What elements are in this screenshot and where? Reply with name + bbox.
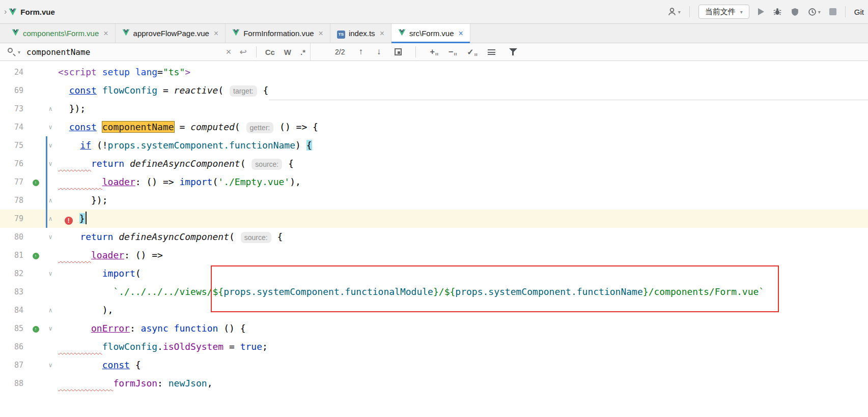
profiler-icon[interactable]: ▾ [808,8,821,16]
code-token: /components/Form.vue` [649,286,765,297]
run-icon[interactable] [758,8,764,15]
code-line-73[interactable]: 73∧ }); [0,100,868,118]
code-line-24[interactable]: 24<script setup lang="ts"> [0,63,868,81]
code-text: const { [58,356,868,374]
search-input[interactable]: componentName [26,47,90,57]
fold-marker[interactable]: ∧ [46,210,54,228]
code-line-74[interactable]: 74∨ const componentName = computed( gett… [0,118,868,136]
git-menu[interactable]: Git [854,8,864,16]
code-token [58,122,69,132]
code-line-77[interactable]: 77↑ loader: () => import('./Empty.vue'), [0,173,868,191]
code-line-85[interactable]: 85↑∨ onError: async function () { [0,319,868,338]
open-in-find-window-icon[interactable] [395,48,402,55]
next-match-icon[interactable]: ↓ [377,47,381,57]
filter-results-icon[interactable] [488,49,495,55]
code-token: ${ [212,286,223,297]
inlay-hint: getter: [246,122,274,133]
code-token: import [102,268,135,279]
tab-close-icon[interactable]: × [319,29,323,38]
gutter: 24 [0,63,58,81]
tab-close-icon[interactable]: × [458,29,463,38]
tab-close-icon[interactable]: × [380,29,384,38]
gutter-green-icon[interactable]: ↑ [33,180,39,186]
code-token [74,213,79,224]
code-line-78[interactable]: 78∧ }); [0,191,868,210]
previous-match-icon[interactable]: ↑ [358,47,363,57]
code-token: componentName [102,122,174,132]
code-line-82[interactable]: 82∨ import( [0,264,868,283]
tab-label: approveFlowPage.vue [133,29,209,38]
fold-marker[interactable]: ∧ [46,100,54,118]
code-line-86[interactable]: 86 flowConfig.isOldSystem = true; [0,338,868,356]
stop-icon[interactable] [829,8,836,15]
code-text: onError: async function () { [58,319,868,338]
code-editor[interactable]: 24<script setup lang="ts">69 const flowC… [0,61,868,417]
clear-search-icon[interactable]: × [223,47,235,57]
code-line-84[interactable]: 84∧ ), [0,301,868,319]
code-token: loader [102,176,135,187]
tab-close-icon[interactable]: × [103,29,108,38]
gutter-icon-slot: ↑ [30,246,42,264]
tab-close-icon[interactable]: × [214,29,218,38]
search-history-caret-icon[interactable]: ▾ [18,49,20,55]
sticky-lines-separator [269,100,868,100]
line-number: 81 [0,246,23,264]
search-filter-icon[interactable] [509,48,517,56]
select-all-occurrences-icon[interactable]: ✓II [467,47,473,57]
chevron-down-icon: ▾ [740,9,743,15]
fold-marker[interactable]: ∨ [46,155,54,173]
run-config-selector[interactable]: 当前文件 ▾ [698,5,749,19]
code-line-83[interactable]: 83 `./../../../views/${props.systemCompo… [0,283,868,301]
fold-marker[interactable]: ∨ [46,264,54,283]
code-line-79[interactable]: 79∧ ! } [0,210,868,228]
debug-icon[interactable] [773,7,782,16]
regex-toggle[interactable]: .* [300,48,305,56]
code-line-87[interactable]: 87∨ const { [0,356,868,374]
fold-marker[interactable]: ∨ [46,319,54,338]
add-occurrence-icon[interactable]: +II [430,47,434,56]
user-account-icon[interactable]: ▾ [667,7,681,16]
gutter-green-icon[interactable]: ↑ [33,326,39,333]
tab-src-form-vue[interactable]: src\Form.vue× [391,24,470,43]
code-token: const [102,360,130,370]
tab-forminformation-vue[interactable]: FormInformation.vue× [226,24,330,43]
tab-index-ts[interactable]: TSindex.ts× [330,24,391,43]
code-text: flowConfig.isOldSystem = true; [58,338,868,356]
code-token: props.systemComponent.functionName [455,286,642,297]
fold-marker[interactable]: ∨ [46,118,54,136]
code-token [58,176,102,187]
code-line-88[interactable]: 88 formJson: newJson, [0,374,868,393]
gutter: 82∨ [0,264,58,283]
code-line-69[interactable]: 69 const flowConfig = reactive( target: … [0,81,868,100]
match-case-toggle[interactable]: Cc [265,48,275,56]
fold-marker[interactable]: ∨ [46,228,54,246]
coverage-icon[interactable] [791,8,799,16]
fold-marker[interactable]: ∨ [46,356,54,374]
tab-approveflowpage-vue[interactable]: approveFlowPage.vue× [116,24,226,43]
code-token [58,103,69,114]
search-field[interactable]: ▾ componentName × ↩ Cc W .* [0,43,311,61]
code-line-76[interactable]: 76∨ return defineAsyncComponent( source:… [0,155,868,173]
code-token [58,195,91,205]
fold-marker[interactable]: ∨ [46,136,54,155]
code-token: return [91,158,124,169]
fold-marker[interactable]: ∧ [46,191,54,210]
search-icon[interactable] [7,47,16,56]
code-token: } [433,286,439,297]
whole-words-toggle[interactable]: W [284,48,291,56]
tab-components-form-vue[interactable]: components\Form.vue× [5,24,116,43]
code-token [130,67,135,77]
code-text: if (!props.systemComponent.functionName)… [58,136,868,155]
fold-marker[interactable]: ∧ [46,301,54,319]
code-token: { [288,158,294,169]
remove-occurrence-icon[interactable]: −II [449,47,453,56]
chevron-icon: › [4,7,7,16]
newline-icon[interactable]: ↩ [239,47,246,57]
vcs-change-bar [46,191,47,210]
gutter-green-icon[interactable]: ↑ [33,253,39,259]
vue-logo-icon [9,8,17,16]
code-line-80[interactable]: 80∨ return defineAsyncComponent( source:… [0,228,868,246]
code-token: ( [240,158,246,169]
code-line-75[interactable]: 75∨ if (!props.systemComponent.functionN… [0,136,868,155]
code-line-81[interactable]: 81↑ loader: () => [0,246,868,264]
